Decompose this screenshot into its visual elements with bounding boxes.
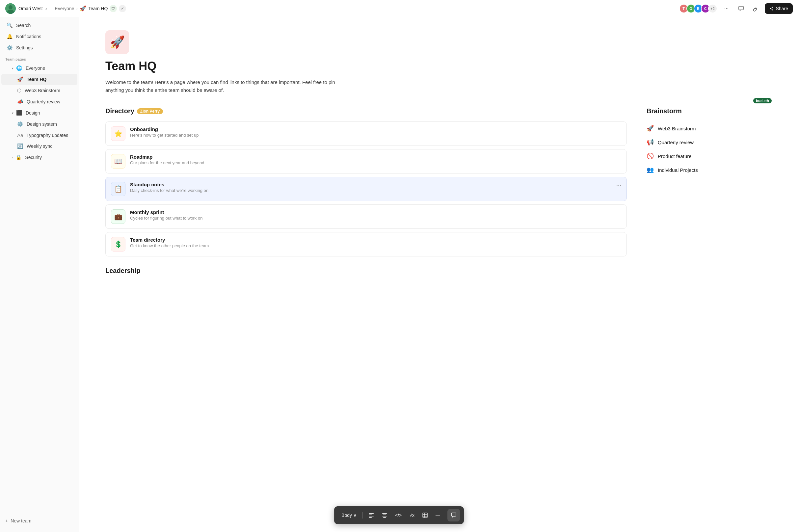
dir-card-onboarding[interactable]: ⭐ Onboarding Here's how to get started a… (105, 121, 627, 146)
page-icon-small: 🚀 (80, 5, 86, 12)
check-badge[interactable]: ✓ (119, 5, 126, 12)
sidebar-item-typography[interactable]: Aa Typography updates (1, 130, 77, 140)
team-dir-icon: 💲 (111, 237, 126, 251)
svg-rect-22 (451, 513, 456, 516)
web3-brainstorm-icon: 🚀 (647, 125, 654, 132)
toolbar-comment-button[interactable] (448, 509, 460, 521)
standup-info: Standup notes Daily check-ins for what w… (130, 182, 612, 193)
sidebar: 🔍 Search 🔔 Notifications ⚙️ Settings Tea… (0, 17, 79, 532)
math-button[interactable]: √x (406, 511, 418, 520)
sidebar-item-search[interactable]: 🔍 Search (1, 20, 77, 31)
align-center-button[interactable] (379, 511, 391, 520)
avatar-extra: +2 (708, 4, 717, 13)
cursor-badge: bud.eth (753, 98, 772, 103)
design-icon: ⬛ (16, 110, 22, 116)
sidebar-item-web3[interactable]: ⬡ Web3 Brainstorm (1, 85, 77, 96)
brainstorm-item-product[interactable]: 🚫 Product feature (647, 149, 772, 163)
sidebar-item-settings[interactable]: ⚙️ Settings (1, 42, 77, 53)
topbar-right: T O B C +2 ··· Share (679, 3, 793, 14)
product-feature-icon: 🚫 (647, 152, 654, 160)
dir-card-standup[interactable]: 📋 Standup notes Daily check-ins for what… (105, 177, 627, 201)
quarterly-icon: 📢 (647, 138, 654, 146)
new-team-button[interactable]: + New team (5, 516, 73, 526)
svg-rect-13 (382, 513, 387, 514)
layout: 🔍 Search 🔔 Notifications ⚙️ Settings Tea… (0, 17, 798, 532)
roadmap-info: Roadmap Our plans for the next year and … (130, 154, 204, 165)
rocket-icon-sidebar: 🚀 (17, 76, 23, 82)
sidebar-item-design-system[interactable]: ⚙️ Design system (1, 118, 77, 130)
svg-line-7 (771, 7, 772, 8)
svg-rect-17 (423, 513, 427, 517)
leadership-title: Leadership (105, 267, 627, 274)
more-button[interactable]: ··· (721, 3, 732, 14)
comment-button[interactable] (736, 3, 746, 14)
collapse-icon-security: › (12, 156, 13, 159)
sidebar-footer: + New team (0, 512, 79, 529)
sidebar-item-quarterly[interactable]: 📣 Quarterly review (1, 96, 77, 107)
dir-card-monthly-sprint[interactable]: 💼 Monthly sprint Cycles for figuring out… (105, 205, 627, 229)
globe-icon: 🌐 (16, 65, 22, 71)
brainstorm-item-individual[interactable]: 👥 Individual Projects (647, 163, 772, 177)
link-button[interactable] (750, 3, 761, 14)
standup-more-button[interactable]: ··· (616, 182, 621, 189)
svg-rect-9 (369, 513, 374, 514)
svg-rect-12 (369, 517, 372, 518)
dir-card-roadmap[interactable]: 📖 Roadmap Our plans for the next year an… (105, 149, 627, 173)
align-left-button[interactable] (365, 511, 377, 520)
page-description: Welcome to the team! Here's a page where… (105, 78, 336, 94)
megaphone-icon: 📣 (17, 99, 23, 105)
svg-rect-15 (382, 516, 387, 516)
body-style-button[interactable]: Body ∨ (338, 511, 360, 520)
divider-button[interactable]: — (432, 511, 443, 520)
user-chevron: › (45, 6, 47, 11)
collapse-icon-design: ▾ (12, 111, 14, 115)
sidebar-item-team-hq[interactable]: 🚀 Team HQ (1, 74, 77, 85)
avatar-stack: T O B C +2 (679, 4, 717, 13)
code-button[interactable]: </> (392, 511, 405, 520)
svg-rect-3 (739, 6, 743, 10)
sidebar-item-everyone[interactable]: ▾ 🌐 Everyone (1, 62, 77, 74)
typography-icon: Aa (17, 132, 23, 138)
shield-badge[interactable]: 🛡 (110, 5, 117, 12)
user-name: Omari West (18, 6, 43, 11)
plus-icon: + (5, 518, 8, 524)
dir-card-team-directory[interactable]: 💲 Team directory Get to know the other p… (105, 232, 627, 256)
sidebar-item-notifications[interactable]: 🔔 Notifications (1, 31, 77, 42)
user-menu[interactable]: Omari West › (5, 3, 47, 14)
brainstorm-section: Brainstorm 🚀 Web3 Brainstorm 📢 Quarterly… (647, 107, 772, 274)
standup-icon: 📋 (111, 182, 126, 196)
lock-icon: 🔒 (16, 154, 22, 160)
topbar: Omari West › Everyone › 🚀 Team HQ 🛡 ✓ T … (0, 0, 798, 17)
breadcrumb-sep: › (76, 6, 78, 11)
main-content: 🚀 Team HQ Welcome to the team! Here's a … (79, 17, 798, 532)
team-dir-info: Team directory Get to know the other peo… (130, 237, 209, 248)
sidebar-item-security[interactable]: › 🔒 Security (1, 152, 77, 163)
svg-line-8 (771, 8, 772, 10)
page-title: Team HQ (105, 59, 772, 73)
content-grid: Directory Zion Perry ⭐ Onboarding Here's… (105, 107, 772, 274)
team-pages-label: Team pages (0, 53, 79, 62)
sidebar-item-design[interactable]: ▾ ⬛ Design (1, 107, 77, 118)
share-button[interactable]: Share (765, 3, 793, 14)
sidebar-item-weekly-sync[interactable]: 🔄 Weekly sync (1, 140, 77, 152)
onboarding-icon: ⭐ (111, 127, 126, 141)
web3-icon: ⬡ (17, 88, 21, 94)
breadcrumb-parent[interactable]: Everyone (55, 6, 74, 11)
search-icon: 🔍 (6, 22, 13, 28)
toolbar-divider-1 (362, 512, 363, 518)
brainstorm-item-web3[interactable]: 🚀 Web3 Brainstorm (647, 121, 772, 135)
svg-rect-11 (369, 516, 374, 516)
svg-rect-16 (383, 517, 386, 518)
gear-icon: ⚙️ (6, 45, 13, 51)
directory-title: Directory Zion Perry (105, 107, 627, 115)
collapse-icon: ▾ (12, 66, 14, 70)
svg-point-1 (8, 5, 13, 9)
design-system-icon: ⚙️ (17, 121, 23, 127)
brainstorm-item-quarterly[interactable]: 📢 Quarterly review (647, 135, 772, 149)
page-icon: 🚀 (105, 30, 129, 54)
table-button[interactable] (419, 511, 431, 520)
brainstorm-title: Brainstorm (647, 107, 772, 115)
individual-projects-icon: 👥 (647, 166, 654, 173)
zion-badge: Zion Perry (137, 108, 163, 114)
svg-rect-14 (383, 515, 386, 515)
